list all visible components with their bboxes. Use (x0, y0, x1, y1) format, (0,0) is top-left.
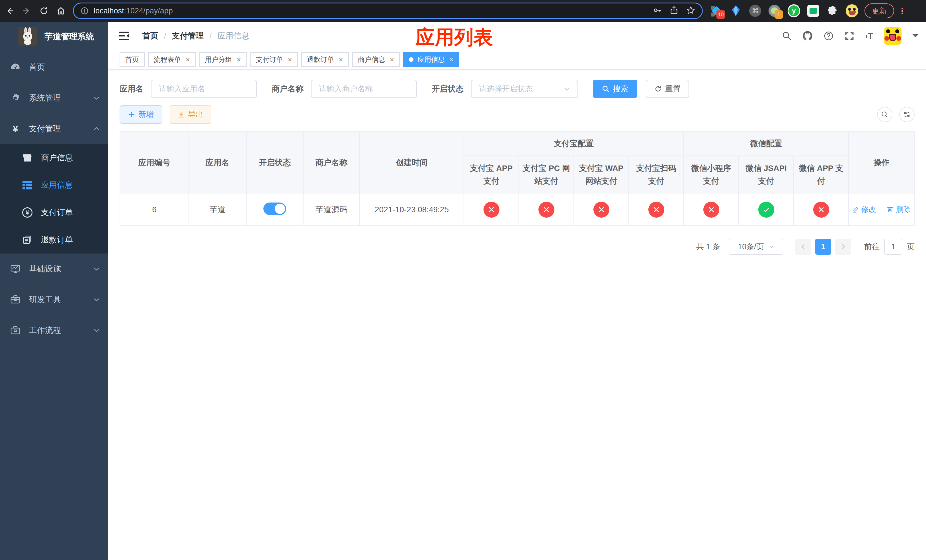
sidebar-item-pay-orders[interactable]: ¥ 支付订单 (0, 199, 108, 226)
delete-link[interactable]: 删除 (887, 204, 911, 215)
tab-process-form[interactable]: 流程表单 (148, 52, 196, 67)
group-header-alipay: 支付宝配置 (464, 131, 684, 156)
extension-chat-icon[interactable] (807, 5, 820, 17)
toolbox-icon (9, 295, 22, 305)
close-icon[interactable] (287, 56, 292, 63)
user-avatar[interactable] (884, 27, 902, 45)
sidebar-item-home[interactable]: 首页 (0, 52, 108, 83)
app-logo-row[interactable]: 芋道管理系统 (0, 22, 108, 52)
tab-user-group[interactable]: 用户分组 (199, 52, 247, 67)
status-label: 开启状态 (432, 83, 464, 94)
cell-actions: 修改 删除 (849, 194, 914, 225)
header-search-icon[interactable] (782, 31, 791, 41)
sidebar-item-dev-tools[interactable]: 研发工具 (0, 284, 108, 315)
font-size-icon[interactable]: тT (865, 31, 873, 41)
avatar-caret-icon[interactable] (912, 34, 918, 41)
sidebar-item-app-info[interactable]: 应用信息 (0, 171, 108, 199)
browser-menu-icon[interactable]: ⋮ (898, 6, 906, 16)
extension-command-icon[interactable]: ⌘ (749, 5, 761, 17)
merchant-name-input[interactable] (311, 80, 417, 98)
app-title: 芋道管理系统 (44, 31, 94, 42)
browser-home-icon[interactable] (53, 3, 68, 18)
col-header-wechat-app: 微信 APP 支付 (794, 156, 849, 194)
yen-circle-icon: ¥ (21, 207, 33, 218)
close-icon[interactable] (339, 56, 343, 63)
sidebar-item-payment[interactable]: ¥ 支付管理 (0, 114, 108, 144)
table-toolbar: 新增 导出 (120, 105, 915, 124)
enabled-icon (758, 202, 774, 218)
status-toggle[interactable] (263, 203, 286, 215)
sidebar: 芋道管理系统 首页 系统管理 ¥ 支付管理 商户信息 (0, 22, 108, 560)
col-header-wechat-mini: 微信小程序支付 (684, 156, 738, 194)
chevron-down-icon (93, 327, 100, 334)
cell-status (246, 194, 303, 225)
close-icon[interactable] (186, 56, 190, 63)
tab-refund-orders[interactable]: 退款订单 (301, 52, 349, 67)
search-button[interactable]: 搜索 (593, 80, 637, 98)
prev-page-button[interactable] (795, 239, 811, 255)
goto-page-input[interactable] (884, 239, 902, 255)
site-info-icon[interactable] (80, 7, 89, 15)
close-icon[interactable] (237, 56, 241, 63)
sidebar-item-infrastructure[interactable]: 基础设施 (0, 254, 108, 284)
extension-circle-icon[interactable]: 1 (768, 5, 781, 17)
col-header-status: 开启状态 (246, 131, 303, 194)
browser-reload-icon[interactable] (36, 3, 51, 18)
profile-emoji-icon[interactable] (846, 5, 858, 17)
cell-wechat-app (794, 194, 849, 225)
export-button[interactable]: 导出 (170, 105, 211, 124)
sidebar-item-workflow[interactable]: 工作流程 (0, 315, 108, 346)
sidebar-fold-icon[interactable] (118, 31, 130, 41)
close-icon[interactable] (390, 56, 394, 63)
status-select[interactable]: 请选择开启状态 (471, 80, 578, 98)
breadcrumb-payment[interactable]: 支付管理 (172, 30, 204, 41)
github-icon[interactable] (802, 31, 813, 41)
extension-gem-icon[interactable] (729, 5, 742, 17)
chrome-update-button[interactable]: 更新 (864, 3, 894, 18)
sidebar-item-merchant-info[interactable]: 商户信息 (0, 144, 108, 171)
tab-pay-orders[interactable]: 支付订单 (250, 52, 298, 67)
extension-y-icon[interactable]: y (788, 5, 800, 17)
reset-button[interactable]: 重置 (646, 80, 689, 98)
tab-app-info[interactable]: 应用信息 (403, 52, 459, 67)
extension-diamond-icon[interactable]: 10 (710, 5, 723, 17)
extensions-puzzle-icon[interactable] (826, 5, 839, 17)
next-page-button[interactable] (835, 239, 851, 255)
edit-link[interactable]: 修改 (852, 204, 876, 215)
close-icon[interactable] (449, 56, 454, 63)
page-size-select[interactable]: 10条/页 (729, 239, 783, 255)
address-bar[interactable]: localhost:1024/pay/app (73, 3, 703, 19)
chevron-down-icon (93, 94, 100, 102)
cell-created: 2021-10-23 08:49:25 (360, 194, 464, 225)
top-navbar: 首页 / 支付管理 / 应用信息 应用列表 тT (108, 22, 926, 50)
url-path: :1024/pay/app (124, 6, 173, 15)
sidebar-item-refund-orders[interactable]: 退款订单 (0, 226, 108, 254)
cell-wechat-mini (684, 194, 738, 225)
search-form: 应用名 商户名称 开启状态 请选择开启状态 搜索 重置 (120, 80, 915, 98)
col-header-alipay-wap: 支付宝 WAP 网站支付 (574, 156, 629, 194)
tab-home[interactable]: 首页 (120, 52, 145, 67)
extension-badge-10: 10 (716, 10, 725, 19)
tab-merchant-info[interactable]: 商户信息 (352, 52, 400, 67)
browser-back-icon[interactable] (2, 3, 17, 18)
page-number-button[interactable]: 1 (815, 239, 831, 255)
col-header-app-name: 应用名 (189, 131, 246, 194)
fullscreen-icon[interactable] (844, 31, 854, 41)
app-logo (18, 27, 37, 47)
breadcrumb-home[interactable]: 首页 (142, 30, 158, 41)
browser-toolbar: localhost:1024/pay/app 10 ⌘ 1 (0, 0, 926, 22)
browser-forward-icon[interactable] (20, 3, 34, 18)
chevron-up-icon (93, 125, 100, 132)
sidebar-item-system[interactable]: 系统管理 (0, 83, 108, 114)
password-key-icon[interactable] (653, 6, 661, 16)
share-icon[interactable] (670, 6, 678, 16)
cell-app-name: 芋道 (189, 194, 246, 225)
add-button[interactable]: 新增 (120, 105, 162, 124)
help-icon[interactable] (823, 31, 834, 41)
bookmark-star-icon[interactable] (687, 6, 695, 16)
refresh-button[interactable] (899, 107, 915, 122)
disabled-icon (703, 202, 719, 218)
pagination-total: 共 1 条 (696, 242, 720, 252)
app-name-input[interactable] (151, 80, 257, 98)
show-search-toggle-button[interactable] (877, 107, 893, 122)
